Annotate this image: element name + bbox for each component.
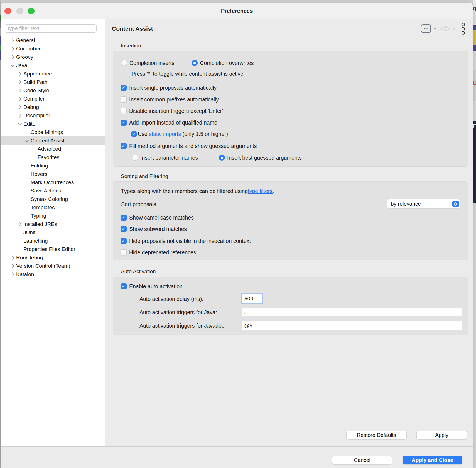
tree-item-decompiler[interactable]: Decompiler: [1, 111, 120, 120]
use-static-imports-checkbox[interactable]: [131, 131, 137, 137]
view-menu-button[interactable]: [462, 22, 465, 35]
show-subword-checkbox[interactable]: [121, 226, 127, 232]
forward-icon: [441, 26, 450, 32]
insert-single-proposals-checkbox[interactable]: [121, 85, 127, 91]
tree-item-katalon[interactable]: Katalon: [1, 270, 113, 279]
tree-item-run-debug[interactable]: Run/Debug: [1, 254, 113, 262]
chevron-spacer: [23, 212, 31, 220]
chevron-right-icon[interactable]: [16, 78, 23, 86]
auto-activation-section: Enable auto activation Auto activation d…: [113, 277, 468, 335]
close-window-button[interactable]: [4, 8, 11, 14]
sort-proposals-select[interactable]: by relevance: [387, 199, 460, 208]
back-button[interactable]: ←: [421, 24, 431, 33]
chevron-right-icon[interactable]: [16, 95, 23, 103]
chevron-spacer: [30, 153, 38, 162]
insert-best-guessed-label[interactable]: Insert best guessed arguments: [227, 155, 302, 161]
title-bar: Preferences: [1, 3, 473, 20]
java-triggers-label: Auto activation triggers for Java:: [139, 308, 217, 316]
forward-history-dropdown-icon[interactable]: [453, 28, 456, 30]
insert-best-guessed-radio[interactable]: [219, 155, 225, 161]
chevron-down-icon[interactable]: [23, 136, 31, 145]
chevron-right-icon[interactable]: [16, 111, 23, 120]
tree-item-launching[interactable]: Launching: [1, 237, 120, 245]
tree-item-build-path[interactable]: Build Path: [1, 78, 120, 86]
filter-input[interactable]: [5, 24, 97, 33]
tree-item-appearance[interactable]: Appearance: [1, 70, 120, 78]
enable-auto-activation-checkbox[interactable]: [121, 283, 127, 289]
chevron-right-icon[interactable]: [16, 70, 23, 78]
chevron-right-icon[interactable]: [9, 45, 16, 53]
chevron-right-icon[interactable]: [9, 270, 16, 279]
sorting-section: Types along with their members can be fi…: [113, 181, 468, 260]
tree-item-junit[interactable]: JUnit: [1, 228, 120, 237]
javadoc-triggers-input[interactable]: [242, 321, 462, 330]
back-icon: ←: [424, 26, 428, 31]
chevron-spacer: [16, 228, 23, 237]
disable-insertion-triggers-row: Disable insertion triggers except 'Enter…: [121, 107, 223, 115]
tree-item-compiler[interactable]: Compiler: [1, 95, 120, 103]
javadoc-triggers-label: Auto activation triggers for Javadoc:: [139, 321, 226, 330]
completion-overwrites-radio[interactable]: [192, 60, 198, 66]
add-import-checkbox[interactable]: [121, 120, 127, 126]
content-header: Content Assist ←: [105, 19, 473, 38]
chevron-down-icon[interactable]: [16, 120, 23, 128]
chevron-right-icon[interactable]: [9, 36, 16, 45]
apply-and-close-button[interactable]: Apply and Close: [403, 456, 462, 464]
completion-inserts-label[interactable]: Completion inserts: [129, 60, 174, 66]
chevron-spacer: [23, 128, 31, 136]
forward-button[interactable]: [441, 26, 450, 32]
type-filters-link[interactable]: type filters: [248, 188, 273, 194]
tree-item-version-control[interactable]: Version Control (Team): [1, 262, 113, 270]
tree-item-editor[interactable]: Editor: [1, 120, 120, 128]
disable-insertion-triggers-checkbox[interactable]: [121, 108, 127, 114]
insert-parameter-names-radio[interactable]: [132, 155, 138, 161]
show-camel-case-checkbox[interactable]: [121, 214, 127, 221]
chevron-down-icon[interactable]: [9, 61, 16, 70]
completion-mode-radios: Completion inserts Completion overwrites: [121, 59, 254, 67]
tree-item-groovy[interactable]: Groovy: [1, 53, 113, 61]
fill-method-arguments-row: Fill method arguments and show guessed a…: [121, 142, 257, 150]
zoom-window-button[interactable]: [28, 8, 35, 14]
chevron-spacer: [23, 178, 31, 187]
tree-item-general[interactable]: General: [1, 36, 113, 45]
chevron-spacer: [16, 245, 23, 254]
hide-invisible-proposals-checkbox[interactable]: [121, 238, 127, 244]
tree-item-installed-jres[interactable]: Installed JREs: [1, 220, 120, 228]
tree-item-cucumber[interactable]: Cucumber: [1, 45, 113, 53]
tree-item-code-style[interactable]: Code Style: [1, 86, 120, 95]
insert-common-prefixes-checkbox[interactable]: [121, 96, 127, 103]
insert-parameter-names-label[interactable]: Insert parameter names: [140, 155, 198, 161]
chevron-right-icon[interactable]: [16, 86, 23, 95]
background-text-fragment: g: [473, 5, 476, 12]
chevron-right-icon[interactable]: [16, 103, 23, 111]
argument-mode-radios: Insert parameter names Insert best guess…: [132, 153, 302, 162]
tree-item-debug[interactable]: Debug: [1, 103, 120, 111]
minimize-window-button[interactable]: [16, 8, 23, 14]
page-title: Content Assist: [105, 25, 153, 32]
hide-deprecated-checkbox[interactable]: [121, 249, 127, 255]
completion-inserts-radio[interactable]: [121, 60, 127, 66]
background-text-fragment: F: [473, 123, 476, 129]
chevron-spacer: [30, 145, 38, 153]
chevron-right-icon[interactable]: [9, 262, 16, 270]
back-history-dropdown-icon[interactable]: [433, 28, 436, 30]
sort-proposals-label: Sort proposals: [121, 200, 156, 208]
chevron-right-icon[interactable]: [9, 53, 16, 61]
static-imports-link[interactable]: static imports: [149, 131, 181, 137]
type-filters-info: Types along with their members can be fi…: [121, 187, 274, 195]
apply-button[interactable]: Apply: [416, 431, 467, 439]
tree-item-properties-files-editor[interactable]: Properties Files Editor: [1, 245, 120, 254]
completion-overwrites-label[interactable]: Completion overwrites: [200, 60, 254, 66]
hide-invisible-row: Hide proposals not visible in the invoca…: [121, 237, 251, 245]
java-triggers-input[interactable]: [242, 308, 462, 316]
auto-activation-delay-label: Auto activation delay (ms):: [139, 295, 203, 303]
chevron-right-icon[interactable]: [9, 254, 16, 262]
auto-activation-delay-input[interactable]: [242, 294, 262, 303]
hide-deprecated-row: Hide deprecated references: [121, 248, 196, 257]
restore-defaults-button[interactable]: Restore Defaults: [346, 431, 407, 439]
fill-method-arguments-checkbox[interactable]: [121, 143, 127, 149]
cancel-button[interactable]: Cancel: [332, 456, 392, 464]
chevron-right-icon[interactable]: [16, 220, 23, 228]
tree-item-java[interactable]: Java: [1, 61, 113, 70]
chevron-spacer: [16, 237, 23, 245]
